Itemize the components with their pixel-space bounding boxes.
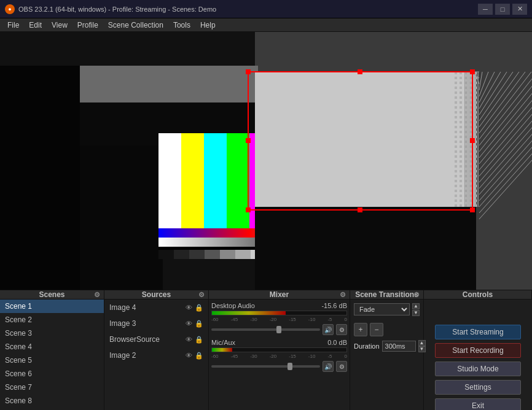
source-item[interactable]: BrowserSource 👁 🔒 bbox=[104, 331, 208, 347]
channel-header: Desktop Audio -15.6 dB bbox=[211, 302, 347, 309]
controls-header-label: Controls bbox=[463, 290, 493, 299]
start-recording-button[interactable]: Start Recording bbox=[435, 343, 521, 358]
minimize-button[interactable]: ─ bbox=[478, 4, 493, 15]
duration-row: Duration ▲ ▼ bbox=[354, 340, 420, 352]
scene-item[interactable]: Scene 5 bbox=[0, 354, 104, 367]
menu-profile[interactable]: Profile bbox=[72, 18, 103, 32]
meter-fill bbox=[212, 348, 232, 352]
app-icon: ● bbox=[5, 4, 15, 14]
menubar: File Edit View Profile Scene Collection … bbox=[0, 18, 532, 32]
sources-header-icon: ⚙ bbox=[198, 291, 205, 299]
panel-headers: Scenes ⚙ Sources ⚙ Mixer ⚙ Scene Transit… bbox=[0, 290, 532, 300]
scene-item[interactable]: Scene 4 bbox=[0, 340, 104, 354]
start-streaming-button[interactable]: Start Streaming bbox=[435, 325, 521, 339]
scene-item[interactable]: Scene 6 bbox=[0, 367, 104, 381]
transitions-header-label: Scene Transitions bbox=[355, 290, 418, 299]
eye-icon[interactable]: 👁 bbox=[186, 336, 192, 343]
source-item[interactable]: Image 4 👁 🔒 bbox=[104, 300, 208, 315]
volume-fader[interactable] bbox=[211, 328, 320, 331]
settings-button[interactable]: Settings bbox=[435, 380, 521, 395]
desktop-audio-channel: Desktop Audio -15.6 dB -60-45-30-20-15-1… bbox=[211, 302, 347, 335]
duration-input[interactable] bbox=[382, 341, 416, 352]
bottom-panel: Scenes ⚙ Sources ⚙ Mixer ⚙ Scene Transit… bbox=[0, 290, 532, 410]
sources-header-label: Sources bbox=[142, 290, 171, 299]
source-name: Image 4 bbox=[109, 303, 136, 312]
sources-list: Image 4 👁 🔒 Image 3 👁 🔒 BrowserSource bbox=[104, 300, 208, 410]
close-button[interactable]: ✕ bbox=[512, 4, 527, 15]
eye-icon[interactable]: 👁 bbox=[186, 320, 192, 327]
meter-scale: -60-45-30-20-15-10-50 bbox=[211, 354, 347, 359]
mic-aux-channel: Mic/Aux 0.0 dB -60-45-30-20-15-10-50 🔊 ⚙ bbox=[211, 339, 347, 372]
eye-icon[interactable]: 👁 bbox=[186, 304, 192, 311]
titlebar: ● OBS 23.2.1 (64-bit, windows) - Profile… bbox=[0, 0, 532, 18]
duration-label: Duration bbox=[354, 342, 380, 350]
scene-item[interactable]: Scene 9 bbox=[0, 408, 104, 410]
scenes-panel: Scene 1 Scene 2 Scene 3 Scene 4 Scene 5 … bbox=[0, 300, 104, 410]
sources-header: Sources ⚙ bbox=[104, 290, 209, 299]
volume-fader[interactable] bbox=[211, 365, 320, 368]
controls-panel: Start Streaming Start Recording Studio M… bbox=[424, 300, 532, 410]
transitions-header-icon: ⚙ bbox=[413, 291, 420, 299]
meter-scale: -60-45-30-20-15-10-50 bbox=[211, 317, 347, 322]
menu-tools[interactable]: Tools bbox=[168, 18, 195, 32]
scene-item[interactable]: Scene 8 bbox=[0, 394, 104, 408]
scene-item[interactable]: Scene 1 bbox=[0, 300, 104, 313]
menu-edit[interactable]: Edit bbox=[24, 18, 47, 32]
transition-type-select[interactable]: Fade Cut Slide bbox=[354, 303, 410, 315]
mute-button[interactable]: 🔊 bbox=[323, 324, 334, 335]
lock-icon[interactable]: 🔒 bbox=[195, 352, 203, 360]
mute-button[interactable]: 🔊 bbox=[323, 361, 334, 372]
source-name: Image 3 bbox=[109, 319, 136, 328]
source-controls: 👁 🔒 bbox=[186, 336, 203, 344]
fader-row: 🔊 ⚙ bbox=[211, 324, 347, 335]
scenes-header-icon: ⚙ bbox=[94, 291, 100, 299]
lock-icon[interactable]: 🔒 bbox=[195, 336, 203, 344]
studio-mode-button[interactable]: Studio Mode bbox=[435, 362, 521, 376]
scene-item[interactable]: Scene 3 bbox=[0, 327, 104, 340]
mixer-panel: Desktop Audio -15.6 dB -60-45-30-20-15-1… bbox=[209, 300, 350, 410]
preview-canvas[interactable] bbox=[0, 32, 532, 290]
channel-db: -15.6 dB bbox=[321, 302, 347, 309]
menu-view[interactable]: View bbox=[47, 18, 72, 32]
transition-type-down[interactable]: ▼ bbox=[412, 310, 420, 316]
eye-icon[interactable]: 👁 bbox=[186, 352, 192, 359]
level-meter bbox=[211, 347, 347, 352]
window-controls: ─ □ ✕ bbox=[478, 4, 527, 15]
scenes-header-label: Scenes bbox=[39, 290, 65, 299]
maximize-button[interactable]: □ bbox=[495, 4, 510, 15]
menu-scene-collection[interactable]: Scene Collection bbox=[103, 18, 168, 32]
source-controls: 👁 🔒 bbox=[186, 352, 203, 360]
controls-header: Controls bbox=[424, 290, 532, 299]
channel-settings-button[interactable]: ⚙ bbox=[336, 324, 347, 335]
channel-name: Desktop Audio bbox=[211, 302, 255, 309]
lock-icon[interactable]: 🔒 bbox=[195, 320, 203, 328]
channel-db: 0.0 dB bbox=[327, 339, 347, 346]
menu-file[interactable]: File bbox=[2, 18, 24, 32]
remove-transition-button[interactable]: − bbox=[370, 323, 383, 336]
lock-icon[interactable]: 🔒 bbox=[195, 304, 203, 312]
transition-select-row: Fade Cut Slide ▲ ▼ bbox=[354, 303, 420, 319]
preview-area bbox=[0, 32, 532, 290]
source-item[interactable]: Image 3 👁 🔒 bbox=[104, 315, 208, 331]
mixer-header-label: Mixer bbox=[270, 290, 289, 299]
sources-panel: Image 4 👁 🔒 Image 3 👁 🔒 BrowserSource bbox=[104, 300, 209, 410]
source-controls: 👁 🔒 bbox=[186, 320, 203, 328]
mixer-header-icon: ⚙ bbox=[340, 291, 346, 299]
panel-content: Scene 1 Scene 2 Scene 3 Scene 4 Scene 5 … bbox=[0, 300, 532, 410]
source-item[interactable]: Image 2 👁 🔒 bbox=[104, 347, 208, 363]
add-transition-button[interactable]: + bbox=[354, 323, 367, 336]
source-name: Image 2 bbox=[109, 351, 136, 360]
channel-name: Mic/Aux bbox=[211, 339, 235, 346]
channel-settings-button[interactable]: ⚙ bbox=[336, 361, 347, 372]
fader-row: 🔊 ⚙ bbox=[211, 361, 347, 372]
source-name: BrowserSource bbox=[109, 335, 160, 344]
transition-type-up[interactable]: ▲ bbox=[412, 303, 420, 309]
scenes-header: Scenes ⚙ bbox=[0, 290, 104, 299]
menu-help[interactable]: Help bbox=[195, 18, 221, 32]
scene-item[interactable]: Scene 7 bbox=[0, 381, 104, 394]
scene-item[interactable]: Scene 2 bbox=[0, 313, 104, 327]
transitions-header: Scene Transitions ⚙ bbox=[350, 290, 424, 299]
transition-add-remove: + − bbox=[354, 323, 420, 336]
transitions-panel: Fade Cut Slide ▲ ▼ + − Duration ▲ ▼ bbox=[350, 300, 424, 410]
exit-button[interactable]: Exit bbox=[435, 398, 521, 410]
